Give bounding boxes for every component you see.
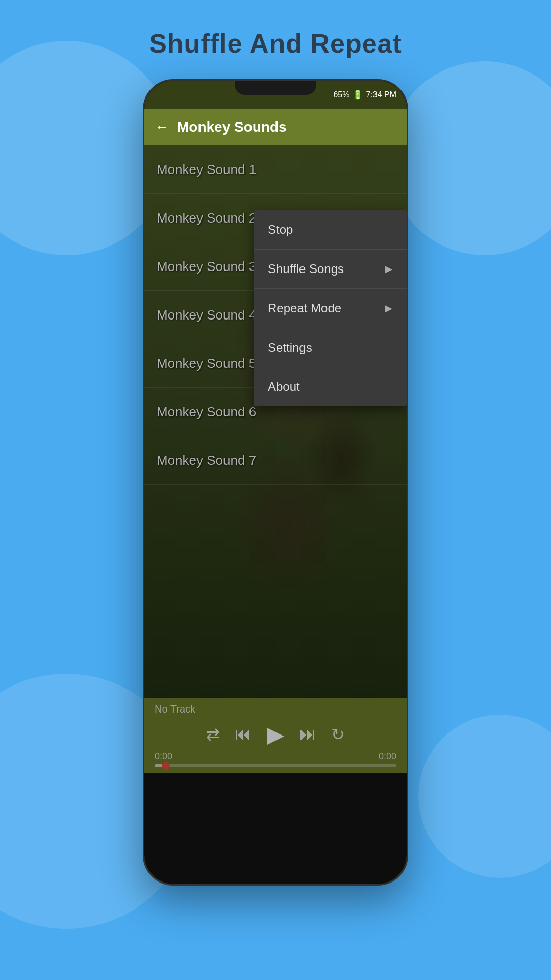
chevron-right-icon: ▶ xyxy=(385,303,392,314)
chevron-right-icon: ▶ xyxy=(385,263,392,275)
menu-item-settings-label: Settings xyxy=(268,340,312,355)
app-header: ← Monkey Sounds xyxy=(144,109,407,145)
menu-item-stop-label: Stop xyxy=(268,223,293,237)
menu-item-shuffle-label: Shuffle Songs xyxy=(268,262,344,276)
menu-item-about[interactable]: About xyxy=(254,368,407,406)
back-button[interactable]: ← xyxy=(155,119,169,135)
bg-decoration-right xyxy=(388,61,551,255)
content-area: Monkey Sound 1 Monkey Sound 2 Monkey Sou… xyxy=(144,145,407,773)
menu-item-repeat-label: Repeat Mode xyxy=(268,301,341,315)
page-title: Shuffle And Repeat xyxy=(149,28,402,59)
status-bar: 65% 🔋 7:34 PM xyxy=(144,81,407,109)
battery-percent: 65% xyxy=(333,90,349,100)
bg-decoration-bottom-right xyxy=(418,715,551,878)
app-header-title: Monkey Sounds xyxy=(177,119,396,135)
notch xyxy=(235,81,316,95)
phone-screen: 65% 🔋 7:34 PM ← Monkey Sounds Monkey Sou… xyxy=(144,81,407,884)
status-icons: 65% 🔋 7:34 PM xyxy=(333,90,396,100)
menu-item-about-label: About xyxy=(268,380,300,394)
menu-item-shuffle[interactable]: Shuffle Songs ▶ xyxy=(254,250,407,289)
menu-item-stop[interactable]: Stop xyxy=(254,210,407,250)
battery-icon: 🔋 xyxy=(353,90,363,100)
menu-item-settings[interactable]: Settings xyxy=(254,328,407,368)
menu-item-repeat[interactable]: Repeat Mode ▶ xyxy=(254,289,407,328)
dropdown-menu: Stop Shuffle Songs ▶ Repeat Mode ▶ Setti… xyxy=(254,210,407,406)
phone-frame: 65% 🔋 7:34 PM ← Monkey Sounds Monkey Sou… xyxy=(143,79,408,886)
clock: 7:34 PM xyxy=(366,90,396,100)
